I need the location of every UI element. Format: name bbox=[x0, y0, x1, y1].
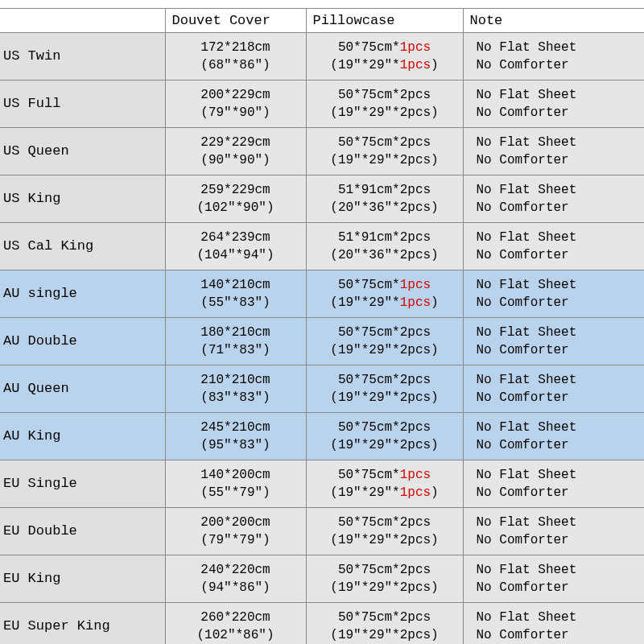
size-cell: AU Double bbox=[0, 318, 165, 365]
duvet-in: (55"*83") bbox=[166, 294, 306, 312]
duvet-in: (94"*86") bbox=[166, 579, 306, 597]
table-row: AU King245*210cm(95"*83")50*75cm*2pcs(19… bbox=[0, 413, 644, 460]
table-row: US King259*229cm(102"*90")51*91cm*2pcs(2… bbox=[0, 175, 644, 223]
duvet-in: (83"*83") bbox=[166, 389, 306, 407]
col-header-blank bbox=[0, 9, 165, 33]
pillow-in: (19"*29"*1pcs) bbox=[307, 294, 463, 312]
pillow-cm: 50*75cm*2pcs bbox=[307, 134, 463, 151]
duvet-cm: 210*210cm bbox=[166, 371, 306, 389]
pillow-cm-pre: 50*75cm*2pcs bbox=[338, 88, 431, 102]
note-cell: No Flat SheetNo Comforter bbox=[463, 508, 644, 555]
pillow-in: (19"*29"*2pcs) bbox=[307, 579, 463, 597]
duvet-cm: 260*220cm bbox=[166, 609, 306, 626]
pillow-cm: 50*75cm*1pcs bbox=[307, 466, 463, 484]
duvet-cell: 180*210cm(71"*83") bbox=[165, 318, 306, 365]
duvet-cm: 200*229cm bbox=[166, 86, 306, 104]
duvet-cell: 140*210cm(55"*83") bbox=[165, 270, 306, 318]
pillow-in: (19"*29"*2pcs) bbox=[307, 531, 463, 549]
table-row: EU Double200*200cm(79"*79")50*75cm*2pcs(… bbox=[0, 508, 644, 555]
col-header-note: Note bbox=[463, 9, 644, 33]
size-cell: US King bbox=[0, 175, 165, 223]
pillow-in-pre: (19"*29"* bbox=[330, 485, 399, 500]
size-cell: EU Double bbox=[0, 508, 165, 555]
pillow-cm-pre: 50*75cm*2pcs bbox=[338, 373, 431, 387]
note-line-2: No Comforter bbox=[477, 56, 644, 74]
size-cell: US Full bbox=[0, 80, 165, 128]
pillow-cm-pre: 50*75cm* bbox=[338, 40, 400, 55]
pillow-in-pre: (19"*29"*2pcs) bbox=[330, 580, 438, 595]
table-row: US Full200*229cm(79"*90")50*75cm*2pcs(19… bbox=[0, 80, 644, 128]
pillow-in: (19"*29"*2pcs) bbox=[307, 626, 463, 644]
pillow-cell: 50*75cm*2pcs(19"*29"*2pcs) bbox=[306, 128, 463, 175]
table-row: AU Double180*210cm(71"*83")50*75cm*2pcs(… bbox=[0, 318, 644, 365]
pillow-cm-qty: 1pcs bbox=[400, 40, 431, 55]
table-row: EU King240*220cm(94"*86")50*75cm*2pcs(19… bbox=[0, 555, 644, 603]
size-cell: US Cal King bbox=[0, 223, 165, 270]
duvet-in: (79"*79") bbox=[166, 531, 306, 549]
note-cell: No Flat SheetNo Comforter bbox=[463, 365, 644, 413]
duvet-in: (95"*83") bbox=[166, 436, 306, 454]
pillow-cm: 50*75cm*1pcs bbox=[307, 39, 463, 56]
pillow-in: (19"*29"*2pcs) bbox=[307, 341, 463, 359]
duvet-in: (68"*86") bbox=[166, 56, 306, 74]
duvet-cm: 172*218cm bbox=[166, 39, 306, 56]
pillow-in: (19"*29"*2pcs) bbox=[307, 104, 463, 122]
col-header-duvet: Douvet Cover bbox=[165, 9, 306, 33]
pillow-cell: 50*75cm*1pcs(19"*29"*1pcs) bbox=[306, 33, 463, 80]
pillow-in-pre: (20"*36"*2pcs) bbox=[330, 200, 438, 215]
duvet-cell: 200*229cm(79"*90") bbox=[165, 80, 306, 128]
pillow-in-pre: (19"*29"* bbox=[330, 295, 399, 310]
table-row: EU Super King260*220cm(102"*86")50*75cm*… bbox=[0, 603, 644, 645]
table-row: US Cal King264*239cm(104"*94")51*91cm*2p… bbox=[0, 223, 644, 270]
pillow-cell: 50*75cm*2pcs(19"*29"*2pcs) bbox=[306, 555, 463, 603]
size-cell: EU King bbox=[0, 555, 165, 603]
pillow-cell: 50*75cm*2pcs(19"*29"*2pcs) bbox=[306, 318, 463, 365]
note-line-1: No Flat Sheet bbox=[477, 609, 644, 626]
pillow-cm: 51*91cm*2pcs bbox=[307, 181, 463, 199]
pillow-cm-qty: 1pcs bbox=[400, 468, 431, 482]
note-line-1: No Flat Sheet bbox=[477, 134, 644, 151]
pillow-cell: 50*75cm*2pcs(19"*29"*2pcs) bbox=[306, 508, 463, 555]
size-chart-wrap: Douvet Cover Pillowcase Note US Twin172*… bbox=[0, 0, 644, 644]
duvet-in: (102"*86") bbox=[166, 626, 306, 644]
note-line-1: No Flat Sheet bbox=[477, 419, 644, 436]
duvet-in: (55"*79") bbox=[166, 484, 306, 502]
note-line-2: No Comforter bbox=[477, 626, 644, 644]
duvet-cell: 260*220cm(102"*86") bbox=[165, 603, 306, 645]
pillow-in: (19"*29"*2pcs) bbox=[307, 436, 463, 454]
pillow-in-post: ) bbox=[431, 295, 439, 310]
pillow-cm-pre: 50*75cm*2pcs bbox=[338, 563, 431, 577]
duvet-in: (79"*90") bbox=[166, 104, 306, 122]
table-row: EU Single140*200cm(55"*79")50*75cm*1pcs(… bbox=[0, 460, 644, 508]
pillow-cm: 50*75cm*2pcs bbox=[307, 561, 463, 579]
pillow-in: (19"*29"*1pcs) bbox=[307, 484, 463, 502]
pillow-cm: 50*75cm*2pcs bbox=[307, 324, 463, 341]
pillow-cm-pre: 50*75cm*2pcs bbox=[338, 515, 431, 530]
pillow-cm-pre: 50*75cm*2pcs bbox=[338, 610, 431, 625]
note-cell: No Flat SheetNo Comforter bbox=[463, 318, 644, 365]
pillow-in-pre: (19"*29"* bbox=[330, 58, 399, 72]
duvet-cell: 259*229cm(102"*90") bbox=[165, 175, 306, 223]
duvet-cm: 240*220cm bbox=[166, 561, 306, 579]
note-line-2: No Comforter bbox=[477, 484, 644, 502]
duvet-cm: 264*239cm bbox=[166, 229, 306, 246]
note-line-1: No Flat Sheet bbox=[477, 276, 644, 294]
note-line-2: No Comforter bbox=[477, 436, 644, 454]
pillow-in-qty: 1pcs bbox=[400, 295, 431, 310]
pillow-cell: 50*75cm*1pcs(19"*29"*1pcs) bbox=[306, 270, 463, 318]
duvet-cell: 200*200cm(79"*79") bbox=[165, 508, 306, 555]
note-cell: No Flat SheetNo Comforter bbox=[463, 33, 644, 80]
duvet-cm: 140*210cm bbox=[166, 276, 306, 294]
duvet-cm: 180*210cm bbox=[166, 324, 306, 341]
duvet-in: (90"*90") bbox=[166, 151, 306, 169]
size-cell: EU Super King bbox=[0, 603, 165, 645]
size-chart-table: Douvet Cover Pillowcase Note US Twin172*… bbox=[0, 8, 644, 644]
pillow-cm: 50*75cm*2pcs bbox=[307, 514, 463, 531]
table-row: AU Queen210*210cm(83"*83")50*75cm*2pcs(1… bbox=[0, 365, 644, 413]
duvet-cell: 140*200cm(55"*79") bbox=[165, 460, 306, 508]
pillow-in-pre: (19"*29"*2pcs) bbox=[330, 105, 438, 120]
table-row: US Twin172*218cm(68"*86")50*75cm*1pcs(19… bbox=[0, 33, 644, 80]
pillow-cell: 50*75cm*1pcs(19"*29"*1pcs) bbox=[306, 460, 463, 508]
duvet-in: (71"*83") bbox=[166, 341, 306, 359]
note-line-1: No Flat Sheet bbox=[477, 181, 644, 199]
